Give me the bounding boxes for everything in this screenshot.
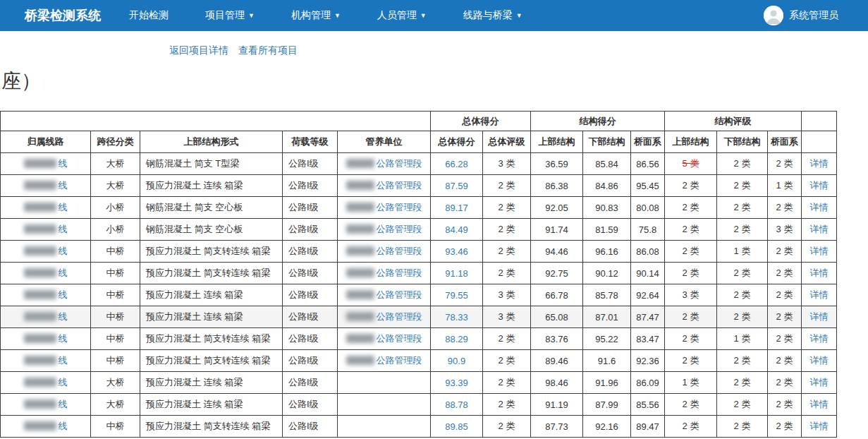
overall-score-link[interactable]: 78.33 <box>445 312 468 323</box>
overall-score-link[interactable]: 88.29 <box>445 334 468 344</box>
detail-cell: 详情 <box>802 153 837 175</box>
unit-link[interactable]: 公路管理段 <box>346 202 422 212</box>
load-grade-cell: 公路I级 <box>283 328 338 350</box>
unit-link[interactable]: 公路管理段 <box>346 355 422 366</box>
nav-item-org-management[interactable]: 机构管理▼ <box>273 0 359 31</box>
upper-rating-cell: 2 类 <box>665 306 717 328</box>
app-brand[interactable]: 桥梁检测系统 <box>25 7 101 24</box>
redacted-blur <box>24 312 56 321</box>
detail-link[interactable]: 详情 <box>810 333 829 344</box>
unit-link[interactable]: 公路管理段 <box>346 180 422 191</box>
unit-link[interactable]: 公路管理段 <box>346 267 422 278</box>
col-header-overall-score: 总体得分 <box>431 131 483 153</box>
load-grade-cell: 公路I级 <box>283 153 338 175</box>
detail-link[interactable]: 详情 <box>810 377 829 387</box>
lower-score-cell: 95.22 <box>583 328 631 350</box>
overall-score-link[interactable]: 91.18 <box>445 268 468 279</box>
lower-rating-cell: 2 类 <box>717 263 768 284</box>
nav-item-personnel-management[interactable]: 人员管理▼ <box>359 0 445 31</box>
detail-link[interactable]: 详情 <box>810 399 829 409</box>
unit-link[interactable]: 公路管理段 <box>346 158 422 169</box>
overall-score-link[interactable]: 89.85 <box>445 421 468 432</box>
detail-link[interactable]: 详情 <box>810 311 829 322</box>
lower-score-cell: 96.16 <box>583 241 631 263</box>
nav-item-lines-and-bridges[interactable]: 线路与桥梁▼ <box>445 0 541 31</box>
structure-cell: 预应力混凝土 简支转连续 箱梁 <box>140 350 283 372</box>
detail-link[interactable]: 详情 <box>810 289 829 300</box>
overall-score-link[interactable]: 93.39 <box>445 378 468 388</box>
line-link[interactable]: 线 <box>24 158 68 169</box>
overall-score-cell: 89.85 <box>431 416 483 438</box>
unit-link[interactable]: 公路管理段 <box>346 333 422 344</box>
lower-rating-cell: 2 类 <box>717 197 768 219</box>
detail-cell: 详情 <box>802 306 837 328</box>
overall-score-link[interactable]: 93.46 <box>445 246 468 257</box>
line-link[interactable]: 线 <box>24 202 68 212</box>
unit-link[interactable]: 公路管理段 <box>346 311 422 322</box>
unit-link[interactable]: 公路管理段 <box>346 289 422 300</box>
line-link[interactable]: 线 <box>24 224 68 234</box>
upper-rating-cell: 2 类 <box>665 328 717 350</box>
view-all-projects-link[interactable]: 查看所有项目 <box>238 44 298 57</box>
redacted-blur <box>346 334 374 343</box>
lower-rating-cell: 2 类 <box>717 284 768 306</box>
upper-score-cell: 98.46 <box>531 372 583 394</box>
line-link[interactable]: 线 <box>24 311 68 322</box>
detail-link[interactable]: 详情 <box>810 355 829 366</box>
detail-link[interactable]: 详情 <box>810 202 829 212</box>
upper-score-cell: 91.74 <box>531 219 583 241</box>
upper-score-cell: 91.19 <box>531 394 583 416</box>
overall-score-link[interactable]: 84.49 <box>445 224 468 235</box>
upper-rating-cell: 2 类 <box>665 394 717 416</box>
overall-score-link[interactable]: 79.55 <box>445 290 468 301</box>
user-menu[interactable]: 系统管理员 <box>764 6 838 25</box>
table-row: 线 中桥 预应力混凝土 简支转连续 箱梁 公路I级 公路管理段 91.18 2 … <box>1 263 837 284</box>
detail-link[interactable]: 详情 <box>810 246 829 256</box>
table-row: 线 小桥 钢筋混凝土 简支 空心板 公路I级 公路管理段 84.49 2 类 9… <box>1 219 837 241</box>
overall-score-link[interactable]: 89.17 <box>445 203 468 213</box>
lower-score-cell: 91.6 <box>583 350 631 372</box>
line-link[interactable]: 线 <box>24 289 68 300</box>
table-row: 线 大桥 钢筋混凝土 简支 T型梁 公路I级 公路管理段 66.28 3 类 3… <box>1 153 837 175</box>
nav-item-start-inspection[interactable]: 开始检测 <box>111 0 187 31</box>
unit-cell: 公路管理段 <box>338 263 431 284</box>
line-link[interactable]: 线 <box>24 377 68 387</box>
line-link[interactable]: 线 <box>24 333 68 344</box>
line-link[interactable]: 线 <box>24 267 68 278</box>
detail-cell: 详情 <box>802 219 837 241</box>
overall-score-link[interactable]: 66.28 <box>445 159 468 169</box>
line-link[interactable]: 线 <box>24 355 68 366</box>
overall-score-cell: 88.29 <box>431 328 483 350</box>
line-link[interactable]: 线 <box>24 180 68 191</box>
detail-link[interactable]: 详情 <box>810 158 829 169</box>
breadcrumb-links: 返回项目详情 查看所有项目 <box>169 44 868 57</box>
detail-link[interactable]: 详情 <box>810 224 829 234</box>
col-header-deck-score: 桥面系 <box>631 131 665 153</box>
back-to-project-link[interactable]: 返回项目详情 <box>169 44 228 57</box>
overall-score-link[interactable]: 88.78 <box>445 399 468 410</box>
line-link[interactable]: 线 <box>24 246 68 256</box>
load-grade-cell: 公路I级 <box>283 197 338 219</box>
table-row: 线 中桥 预应力混凝土 简支转连续 箱梁 公路I级 公路管理段 88.29 2 … <box>1 328 837 350</box>
detail-link[interactable]: 详情 <box>810 421 829 431</box>
nav-item-project-management[interactable]: 项目管理▼ <box>187 0 273 31</box>
redacted-blur <box>24 203 56 212</box>
upper-rating-cell: 1 类 <box>665 372 717 394</box>
unit-cell: 公路管理段 <box>338 328 431 350</box>
line-link[interactable]: 线 <box>24 399 68 409</box>
line-link[interactable]: 线 <box>24 421 68 431</box>
unit-link[interactable]: 公路管理段 <box>346 224 422 234</box>
redacted-blur <box>346 268 374 277</box>
detail-link[interactable]: 详情 <box>810 267 829 278</box>
structure-cell: 钢筋混凝土 简支 空心板 <box>140 197 283 219</box>
unit-link[interactable]: 公路管理段 <box>346 246 422 256</box>
overall-score-link[interactable]: 87.59 <box>445 181 468 191</box>
overall-score-link[interactable]: 90.9 <box>448 356 465 366</box>
caret-down-icon: ▼ <box>516 12 522 19</box>
col-header-unit: 管养单位 <box>338 131 431 153</box>
span-type-cell: 中桥 <box>91 263 140 284</box>
col-header-upper-rating: 上部结构 <box>665 131 717 153</box>
detail-link[interactable]: 详情 <box>810 180 829 191</box>
col-header-overall-rating: 总体评级 <box>483 131 531 153</box>
deck-rating-cell: 3 类 <box>768 219 802 241</box>
